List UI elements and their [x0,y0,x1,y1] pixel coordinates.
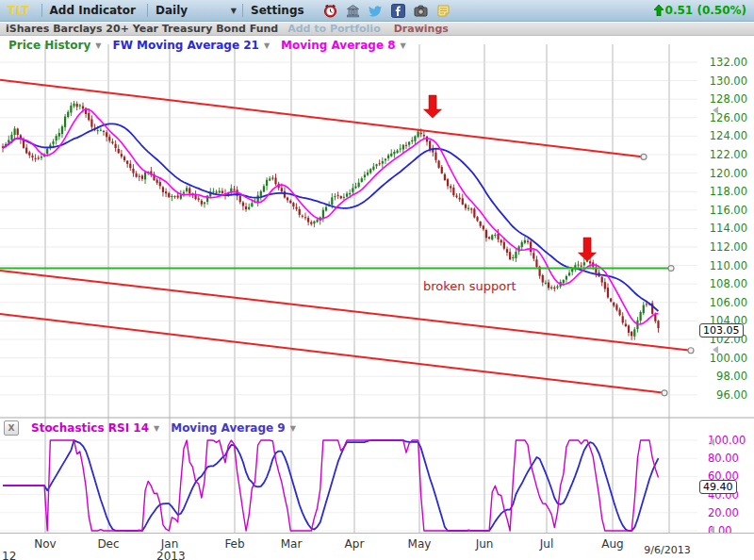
trendline-drawing[interactable] [0,314,664,393]
alarm-icon[interactable] [323,4,337,18]
note-icon[interactable] [436,4,451,18]
line-handle [668,266,674,272]
line-handle [641,154,647,159]
svg-text:116.00: 116.00 [710,204,747,217]
add-to-portfolio-button[interactable]: Add to Portfolio [287,23,380,35]
chevron-down-icon[interactable]: ▼ [154,424,159,433]
svg-text:98.00: 98.00 [716,370,747,383]
x-axis-month-label: May [408,537,432,551]
last-price-tag: 103.05 [699,323,744,338]
svg-text:120.00: 120.00 [710,167,747,180]
x-axis: NovDecJanFebMarAprMayJunJulAug1220139/6/… [0,533,754,560]
down-arrow-drawing[interactable] [579,238,597,261]
stoch-panel-legend: X Stochastics RSI 14 ▼ Moving Average 9 … [4,420,303,436]
x-axis-last-date-label: 9/6/2013 [644,544,690,556]
chevron-down-icon[interactable]: ▼ [95,41,101,50]
svg-text:132.00: 132.00 [710,56,747,69]
twitter-icon[interactable] [369,4,383,18]
period-dropdown[interactable]: Daily ▼ [156,4,237,17]
settings-button[interactable]: Settings [251,4,304,17]
svg-text:124.00: 124.00 [710,129,747,142]
price-chart-canvas[interactable]: 132.00130.00128.00126.00124.00122.00120.… [0,37,754,560]
stoch-value-tag: 49.40 [699,480,737,494]
chevron-down-icon[interactable]: ▼ [264,41,270,50]
chevron-down-icon[interactable]: ▼ [401,41,406,50]
line-handle [688,348,694,354]
x-axis-year-label: 12 [2,550,16,560]
toolbar-divider [41,4,42,17]
chevron-down-icon[interactable]: ▼ [290,424,296,433]
svg-text:130.00: 130.00 [710,74,747,88]
svg-text:100.00: 100.00 [710,352,747,365]
toolbar-divider [147,4,148,17]
camera-icon[interactable] [414,4,428,18]
x-axis-month-label: Dec [97,537,119,551]
svg-text:108.00: 108.00 [710,277,747,290]
x-axis-month-label: Apr [345,537,365,551]
toolbar-divider [242,4,243,17]
drawing-objects [0,80,694,396]
facebook-icon[interactable] [391,4,405,18]
legend-price-history[interactable]: Price History [8,39,90,52]
legend-ma21[interactable]: FW Moving Average 21 [112,39,258,52]
candlestick-series [2,101,660,340]
x-axis-year-label: 2013 [156,550,186,560]
add-indicator-button[interactable]: Add Indicator [50,4,136,17]
ma8-line [3,109,658,324]
fund-name: iShares Barclays 20+ Year Treasury Bond … [6,23,278,35]
price-change: 0.51 (0.50%) [654,4,746,17]
charting-app: TLT Add Indicator Daily ▼ Settings [0,0,754,560]
trendline-drawing[interactable] [0,271,691,351]
x-axis-month-label: Jul [540,537,553,551]
price-change-text: 0.51 (0.50%) [665,4,746,17]
legend-ma8[interactable]: Moving Average 8 [281,39,396,52]
broken-support-annotation[interactable]: broken support [423,279,516,293]
line-handle [662,390,667,396]
bank-icon[interactable] [346,4,360,18]
top-toolbar: TLT Add Indicator Daily ▼ Settings [0,0,754,22]
legend-stoch-rsi[interactable]: Stochastics RSI 14 [31,421,149,435]
svg-text:80.00: 80.00 [708,452,739,465]
period-dropdown-value: Daily [156,4,188,17]
ticker-symbol[interactable]: TLT [8,4,30,17]
x-axis-month-label: Aug [601,537,623,551]
x-axis-month-label: Mar [281,537,303,551]
legend-ma9[interactable]: Moving Average 9 [171,421,286,435]
x-axis-month-label: Jan [161,537,179,551]
svg-text:106.00: 106.00 [710,296,747,309]
svg-text:118.00: 118.00 [710,185,747,198]
svg-text:20.00: 20.00 [708,506,739,519]
drawings-button[interactable]: Drawings [394,23,449,35]
svg-text:110.00: 110.00 [710,259,747,272]
svg-text:112.00: 112.00 [710,240,747,254]
close-panel-button[interactable]: X [4,420,19,436]
svg-text:96.00: 96.00 [716,388,747,402]
svg-text:126.00: 126.00 [710,111,747,124]
svg-text:114.00: 114.00 [710,222,747,235]
svg-text:128.00: 128.00 [710,92,747,106]
symbol-subbar: iShares Barclays 20+ Year Treasury Bond … [0,23,754,36]
up-arrow-icon [654,5,664,16]
main-chart-legend: Price History ▼ FW Moving Average 21 ▼ M… [8,39,413,52]
svg-text:122.00: 122.00 [710,148,747,161]
down-arrow-drawing[interactable] [424,95,442,118]
x-axis-month-label: Feb [224,537,244,551]
toolbar-icons [323,4,451,18]
x-axis-month-label: Jun [476,537,494,551]
x-axis-month-label: Nov [34,537,56,551]
chevron-down-icon: ▼ [231,7,237,15]
